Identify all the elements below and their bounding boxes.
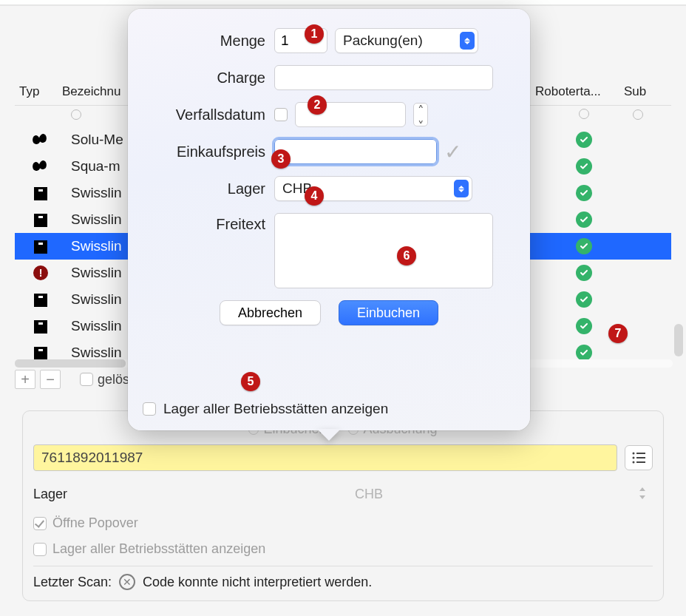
freitext-input[interactable] [274, 213, 493, 288]
row-name: Swisslin [71, 318, 122, 334]
col-roboter[interactable]: Roboterta... [531, 81, 619, 102]
bean-icon [33, 132, 49, 147]
svg-rect-5 [636, 461, 645, 463]
verfall-label: Verfallsdatum [149, 106, 274, 123]
ek-label: Einkaufspreis [149, 143, 274, 160]
last-scan-message: Code konnte nicht interpretiert werden. [143, 575, 372, 590]
row-name: Swisslin [71, 238, 122, 254]
check-circle-icon [576, 158, 592, 175]
check-circle-icon [576, 211, 592, 228]
charge-label: Charge [149, 70, 274, 87]
freitext-label: Freitext [149, 213, 274, 233]
filter-radio-bezeichnung[interactable] [71, 109, 81, 120]
check-circle-icon [576, 132, 592, 148]
menge-label: Menge [149, 33, 274, 50]
box-icon [34, 187, 47, 200]
panel-allsites-checkbox[interactable] [33, 543, 47, 556]
pop-allsites-label: Lager aller Betriebsstätten anzeigen [163, 401, 388, 417]
row-name: Swisslin [71, 211, 122, 227]
unit-value: Packung(en) [343, 33, 454, 49]
callout-3: 3 [271, 149, 291, 169]
box-icon [34, 214, 47, 227]
row-name: Swisslin [71, 291, 122, 307]
row-name: Solu-Me [71, 132, 123, 147]
panel-lager-value: CHB [355, 487, 383, 502]
row-name: Swisslin [71, 185, 122, 200]
scan-panel: Einbuchen Ausbuchung Lager CHB Öffne Pop… [22, 410, 664, 601]
panel-allsites-label: Lager aller Betriebsstätten anzeigen [52, 541, 265, 557]
deleted-label: gelös [98, 372, 129, 387]
verfall-stepper[interactable]: ˄˅ [413, 103, 428, 126]
pop-lager-label: Lager [149, 180, 274, 197]
box-icon [34, 294, 47, 307]
check-circle-icon [576, 318, 592, 334]
callout-4: 4 [305, 186, 324, 206]
svg-rect-3 [636, 457, 645, 458]
add-button[interactable]: + [15, 370, 35, 389]
row-name: Swisslin [71, 265, 122, 280]
svg-point-0 [633, 453, 635, 455]
box-icon [34, 240, 47, 254]
unit-select[interactable]: Packung(en) [335, 28, 478, 53]
booking-popover: Menge Packung(en) Charge Verfallsdatum ˄… [128, 9, 530, 430]
svg-point-2 [633, 457, 635, 459]
bean-icon [33, 159, 49, 174]
deleted-checkbox[interactable] [80, 373, 93, 386]
callout-2: 2 [308, 95, 327, 115]
last-scan-label: Letzter Scan: [33, 575, 112, 590]
callout-7: 7 [608, 324, 628, 343]
alert-icon: ! [33, 265, 48, 280]
ek-input[interactable] [274, 139, 437, 164]
check-circle-icon [576, 238, 592, 254]
verfall-checkbox[interactable] [274, 108, 288, 121]
filter-radio-sub[interactable] [633, 109, 643, 120]
table-footer: + − gelös [15, 370, 129, 389]
row-name: Swisslin [71, 345, 122, 360]
box-icon [34, 347, 47, 360]
vertical-scrollbar[interactable] [673, 318, 684, 370]
open-popover-label: Öffne Popover [52, 515, 138, 531]
chevron-updown-icon [454, 180, 469, 197]
remove-button[interactable]: − [40, 370, 61, 389]
error-icon: ✕ [119, 574, 135, 590]
check-circle-icon [576, 265, 592, 281]
open-popover-checkbox[interactable] [33, 517, 47, 530]
check-circle-icon [576, 185, 592, 201]
box-icon [34, 320, 47, 334]
panel-lager-label: Lager [33, 487, 85, 502]
row-name: Squa-m [71, 158, 120, 174]
chevron-updown-icon [460, 32, 475, 50]
list-button[interactable] [625, 445, 653, 470]
cancel-button[interactable]: Abbrechen [220, 300, 321, 325]
callout-5: 5 [241, 372, 260, 391]
submit-button[interactable]: Einbuchen [339, 300, 438, 325]
callout-6: 6 [397, 246, 416, 265]
barcode-input[interactable] [33, 444, 617, 471]
check-icon: ✓ [444, 140, 461, 164]
svg-point-4 [633, 461, 635, 464]
col-typ[interactable]: Typ [15, 81, 58, 102]
callout-1: 1 [305, 24, 324, 44]
charge-input[interactable] [274, 65, 493, 90]
check-circle-icon [576, 345, 592, 361]
check-circle-icon [576, 291, 592, 308]
col-sub[interactable]: Sub [619, 81, 656, 102]
svg-rect-1 [636, 453, 645, 454]
panel-lager-select[interactable]: CHB [85, 483, 653, 505]
filter-radio-roboter[interactable] [579, 109, 589, 119]
pop-allsites-checkbox[interactable] [143, 402, 156, 416]
